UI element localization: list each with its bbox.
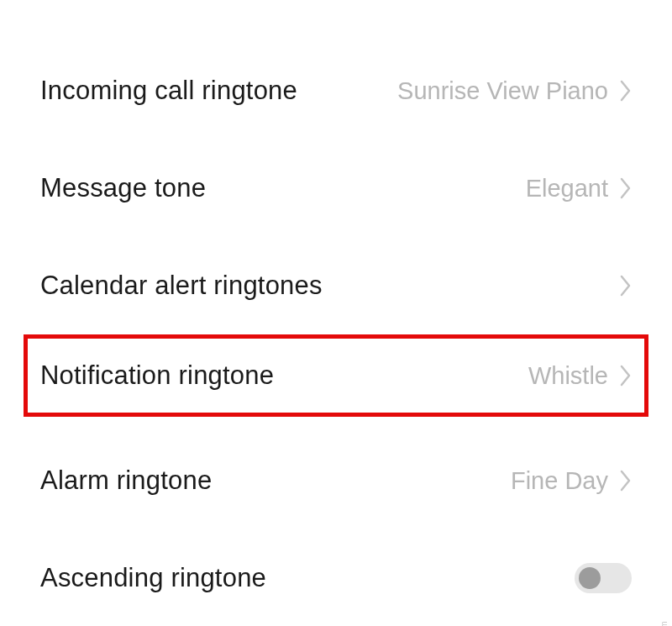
row-ascending-ringtone: Ascending ringtone (0, 529, 672, 626)
watermark: wsxdn.com (659, 621, 669, 626)
row-message-tone[interactable]: Message tone Elegant (0, 139, 672, 237)
row-value: Sunrise View Piano (397, 77, 608, 105)
toggle-knob (579, 567, 601, 589)
row-notification-ringtone[interactable]: Notification ringtone Whistle (24, 334, 648, 417)
row-label: Message tone (40, 173, 206, 203)
row-calendar-alert-ringtones[interactable]: Calendar alert ringtones (0, 237, 672, 334)
settings-list: Incoming call ringtone Sunrise View Pian… (0, 0, 672, 626)
row-right (575, 563, 632, 593)
row-value: Elegant (526, 175, 608, 203)
chevron-right-icon (620, 365, 632, 387)
row-incoming-call-ringtone[interactable]: Incoming call ringtone Sunrise View Pian… (0, 42, 672, 139)
row-right: Sunrise View Piano (397, 77, 632, 105)
row-label: Calendar alert ringtones (40, 271, 323, 301)
chevron-right-icon (620, 275, 632, 297)
spacer (0, 417, 672, 432)
row-right (608, 275, 632, 297)
row-value: Fine Day (511, 467, 608, 495)
chevron-right-icon (620, 80, 632, 102)
chevron-right-icon (620, 470, 632, 492)
row-right: Fine Day (511, 467, 632, 495)
row-value: Whistle (528, 362, 608, 390)
row-label: Ascending ringtone (40, 563, 266, 593)
row-label: Incoming call ringtone (40, 76, 297, 106)
chevron-right-icon (620, 177, 632, 199)
row-right: Whistle (528, 362, 632, 390)
row-alarm-ringtone[interactable]: Alarm ringtone Fine Day (0, 432, 672, 529)
row-label: Notification ringtone (40, 360, 274, 391)
ascending-ringtone-toggle[interactable] (575, 563, 632, 593)
row-label: Alarm ringtone (40, 466, 212, 496)
row-right: Elegant (526, 175, 632, 203)
